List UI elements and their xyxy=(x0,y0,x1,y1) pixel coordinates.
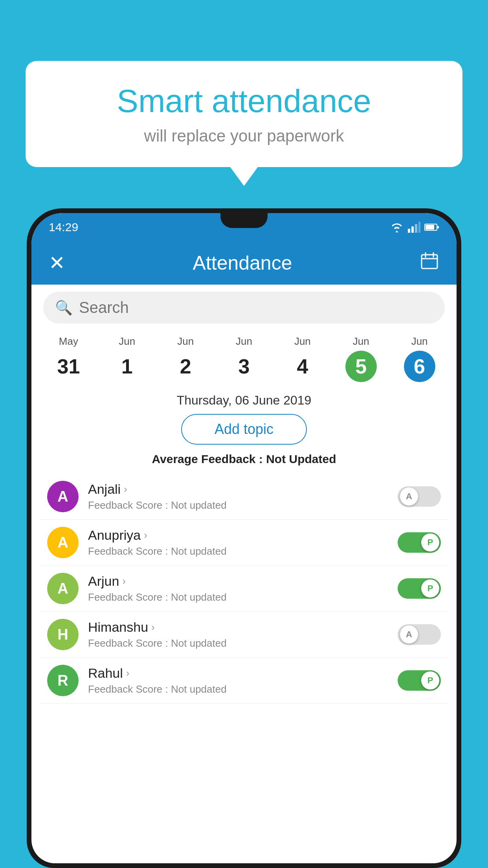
content-area: Thursday, 06 June 2019 Add topic Average… xyxy=(31,382,457,707)
date-day: 1 xyxy=(111,351,143,382)
date-day: 31 xyxy=(53,351,84,382)
notch xyxy=(220,213,268,228)
app-bar-title: Attendance xyxy=(193,252,292,274)
student-info: Himanshu ›Feedback Score : Not updated xyxy=(88,620,388,649)
feedback-score: Feedback Score : Not updated xyxy=(88,683,388,695)
date-month: May xyxy=(39,335,98,348)
date-item[interactable]: Jun1 xyxy=(98,335,156,382)
feedback-score: Feedback Score : Not updated xyxy=(88,545,388,557)
add-topic-button[interactable]: Add topic xyxy=(181,414,307,445)
student-item: RRahul ›Feedback Score : Not updatedP xyxy=(39,658,449,704)
svg-rect-7 xyxy=(422,255,437,268)
students-list: AAnjali ›Feedback Score : Not updatedAAA… xyxy=(39,474,449,704)
speech-bubble: Smart attendance will replace your paper… xyxy=(26,61,462,167)
date-item[interactable]: May31 xyxy=(39,335,98,382)
feedback-score: Feedback Score : Not updated xyxy=(88,591,388,603)
selected-date-label: Thursday, 06 June 2019 xyxy=(39,393,449,408)
date-row: May31Jun1Jun2Jun3Jun4Jun5Jun6 xyxy=(31,331,457,382)
bubble-subtitle: will replace your paperwork xyxy=(49,127,439,145)
search-bar[interactable]: 🔍 xyxy=(43,292,445,324)
signal-icon xyxy=(408,222,420,233)
date-day: 4 xyxy=(287,351,318,382)
svg-rect-6 xyxy=(426,225,434,230)
search-input[interactable] xyxy=(79,299,433,316)
avatar: R xyxy=(47,665,79,696)
phone-frame: 14:29 xyxy=(27,208,461,868)
calendar-button[interactable] xyxy=(420,251,439,275)
attendance-toggle[interactable]: P xyxy=(398,670,441,691)
student-info: Rahul ›Feedback Score : Not updated xyxy=(88,666,388,695)
date-day: 3 xyxy=(228,351,260,382)
date-day: 5 xyxy=(345,351,377,382)
date-day: 6 xyxy=(404,351,435,382)
feedback-score: Feedback Score : Not updated xyxy=(88,637,388,649)
date-month: Jun xyxy=(390,335,449,348)
attendance-toggle[interactable]: P xyxy=(398,532,441,553)
student-item: AArjun ›Feedback Score : Not updatedP xyxy=(39,566,449,612)
student-name[interactable]: Anupriya › xyxy=(88,528,388,543)
avatar: A xyxy=(47,481,79,512)
date-month: Jun xyxy=(215,335,273,348)
wifi-icon xyxy=(390,222,404,233)
date-day: 2 xyxy=(170,351,201,382)
svg-rect-3 xyxy=(418,222,420,233)
avatar: H xyxy=(47,619,79,650)
svg-rect-2 xyxy=(415,224,417,233)
student-info: Anupriya ›Feedback Score : Not updated xyxy=(88,528,388,557)
svg-rect-1 xyxy=(411,226,414,233)
bubble-title: Smart attendance xyxy=(49,83,439,120)
student-name[interactable]: Himanshu › xyxy=(88,620,388,635)
avatar: A xyxy=(47,573,79,604)
attendance-toggle[interactable]: P xyxy=(398,578,441,599)
student-name[interactable]: Anjali › xyxy=(88,482,388,497)
svg-rect-0 xyxy=(408,229,410,233)
app-bar: ✕ Attendance xyxy=(31,241,457,285)
date-item[interactable]: Jun2 xyxy=(156,335,215,382)
avatar: A xyxy=(47,527,79,558)
date-month: Jun xyxy=(98,335,156,348)
status-time: 14:29 xyxy=(49,221,78,234)
date-month: Jun xyxy=(332,335,390,348)
student-name[interactable]: Rahul › xyxy=(88,666,388,681)
avg-feedback: Average Feedback : Not Updated xyxy=(39,452,449,466)
date-item[interactable]: Jun5 xyxy=(332,335,390,382)
svg-rect-5 xyxy=(437,226,439,228)
student-name[interactable]: Arjun › xyxy=(88,574,388,589)
student-item: AAnjali ›Feedback Score : Not updatedA xyxy=(39,474,449,520)
attendance-toggle[interactable]: A xyxy=(398,486,441,507)
status-icons xyxy=(390,222,439,233)
student-info: Anjali ›Feedback Score : Not updated xyxy=(88,482,388,511)
feedback-score: Feedback Score : Not updated xyxy=(88,499,388,511)
search-icon: 🔍 xyxy=(55,300,73,316)
date-month: Jun xyxy=(156,335,215,348)
speech-bubble-container: Smart attendance will replace your paper… xyxy=(26,61,462,167)
date-month: Jun xyxy=(273,335,332,348)
student-item: HHimanshu ›Feedback Score : Not updatedA xyxy=(39,612,449,658)
student-info: Arjun ›Feedback Score : Not updated xyxy=(88,574,388,603)
close-button[interactable]: ✕ xyxy=(49,252,65,274)
status-bar: 14:29 xyxy=(31,213,457,241)
date-item[interactable]: Jun6 xyxy=(390,335,449,382)
date-item[interactable]: Jun3 xyxy=(215,335,273,382)
battery-icon xyxy=(424,223,439,232)
attendance-toggle[interactable]: A xyxy=(398,624,441,645)
student-item: AAnupriya ›Feedback Score : Not updatedP xyxy=(39,520,449,566)
date-item[interactable]: Jun4 xyxy=(273,335,332,382)
avg-feedback-value: Not Updated xyxy=(266,452,336,465)
phone-inner: 14:29 xyxy=(31,213,457,863)
avg-feedback-label: Average Feedback : xyxy=(152,452,266,465)
